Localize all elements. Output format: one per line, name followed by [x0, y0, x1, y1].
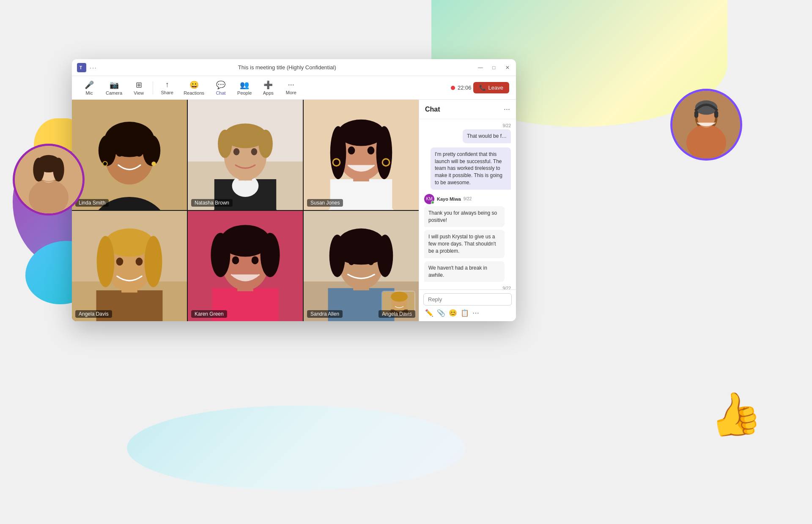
svg-point-69 — [261, 233, 280, 277]
toolbar-people[interactable]: 👥 People — [233, 79, 256, 97]
more-icon: ··· — [288, 80, 294, 89]
svg-point-2 — [29, 180, 69, 216]
video-label-inset: Angela Davis — [379, 310, 415, 318]
msg-bubble-2b: I will push Krystal to give us a few mor… — [424, 230, 505, 258]
chat-panel: Chat ··· 9/22 That would be f… I'm prett… — [419, 100, 516, 321]
online-indicator — [431, 201, 434, 204]
chat-input-box[interactable] — [423, 293, 512, 306]
apps-label: Apps — [263, 90, 274, 96]
chat-input-area: ✏️ 📎 😊 📋 ⋯ — [419, 289, 516, 321]
view-icon: ⊞ — [136, 80, 142, 90]
people-icon: 👥 — [240, 80, 249, 90]
format-icon[interactable]: ✏️ — [425, 309, 433, 317]
leave-label: Leave — [488, 85, 503, 91]
view-label: View — [134, 90, 144, 96]
msg-date-3: 9/22 — [503, 286, 511, 289]
chat-icon: 💬 — [216, 80, 225, 90]
video-label-4: Karen Green — [191, 310, 227, 318]
toolbar-apps[interactable]: ➕ Apps — [258, 79, 279, 97]
window-controls: — □ ✕ — [477, 64, 511, 71]
person-3-bg — [304, 100, 419, 210]
video-grid: Linda Smith — [72, 100, 419, 321]
window-title: This is meeting title (Highly Confidenti… — [238, 64, 336, 71]
reactions-icon: 😀 — [189, 80, 199, 90]
svg-point-46 — [376, 126, 392, 180]
mic-icon: 🎤 — [85, 80, 94, 90]
svg-text:T: T — [80, 66, 82, 70]
sticker-icon[interactable]: 📋 — [461, 309, 469, 317]
svg-point-47 — [348, 147, 355, 155]
attach-icon[interactable]: 📎 — [437, 309, 445, 317]
svg-point-6 — [53, 158, 64, 181]
toolbar-more[interactable]: ··· More — [280, 79, 302, 97]
video-label-2: Susan Jones — [307, 199, 343, 207]
video-cell-3: Angela Davis — [72, 211, 187, 321]
svg-point-71 — [252, 256, 259, 264]
people-label: People — [237, 90, 252, 96]
mic-label: Mic — [85, 90, 93, 96]
toolbar-separator-1 — [153, 82, 153, 94]
video-cell-5: Sandra Allen Angela Davis — [304, 211, 419, 321]
maximize-button[interactable]: □ — [491, 64, 497, 71]
avatar-left-image — [15, 146, 82, 213]
avatar-right-image — [672, 91, 740, 158]
title-bar: T ··· This is meeting title (Highly Conf… — [72, 59, 516, 76]
person-2-bg — [188, 100, 303, 210]
person-4-bg — [72, 211, 187, 321]
close-button[interactable]: ✕ — [504, 64, 511, 71]
chat-toolbar-icons: ✏️ 📎 😊 📋 ⋯ — [423, 308, 512, 318]
avatar-right — [670, 89, 742, 161]
reply-input[interactable] — [428, 296, 507, 303]
chat-message-3: 9/22 Let's do it! — [424, 286, 511, 289]
toolbar-reactions[interactable]: 😀 Reactions — [179, 79, 208, 97]
title-bar-left: T ··· — [77, 63, 97, 72]
svg-rect-12 — [694, 111, 698, 118]
menu-dots[interactable]: ··· — [90, 64, 97, 71]
svg-point-9 — [686, 125, 726, 161]
teams-window: T ··· This is meeting title (Highly Conf… — [72, 59, 516, 321]
video-label-0: Linda Smith — [75, 199, 109, 207]
toolbar-chat[interactable]: 💬 Chat — [210, 79, 231, 97]
toolbar-view[interactable]: ⊞ View — [128, 79, 149, 97]
video-cell-2: Susan Jones — [304, 100, 419, 210]
chat-more-button[interactable]: ··· — [504, 105, 510, 114]
toolbar-camera[interactable]: 📷 Camera — [102, 79, 126, 97]
svg-point-24 — [136, 149, 143, 157]
svg-point-70 — [232, 256, 239, 264]
svg-point-35 — [218, 130, 232, 158]
svg-point-81 — [338, 245, 384, 265]
chat-message-0: 9/22 That would be f… — [424, 123, 511, 143]
more-options-icon[interactable]: ⋯ — [472, 309, 479, 317]
share-label: Share — [161, 90, 173, 95]
svg-point-5 — [33, 158, 44, 181]
person-1-bg — [72, 100, 187, 210]
video-cell-0: Linda Smith — [72, 100, 187, 210]
person-6-bg — [304, 211, 419, 321]
video-label-1: Natasha Brown — [191, 199, 233, 207]
msg-bubble-2a: Thank you for always being so positive! — [424, 206, 505, 227]
minimize-button[interactable]: — — [477, 64, 484, 71]
svg-point-22 — [143, 135, 160, 166]
svg-rect-13 — [714, 111, 718, 118]
msg-bubble-2c: We haven't had a break in awhile. — [424, 261, 505, 282]
svg-point-68 — [211, 233, 230, 277]
leave-button[interactable]: 📞 Leave — [473, 82, 509, 93]
msg-bubble-1: I'm pretty confident that this launch wi… — [431, 147, 511, 190]
chat-label: Chat — [216, 90, 225, 96]
emoji-icon[interactable]: 😊 — [449, 309, 457, 317]
chat-messages: 9/22 That would be f… I'm pretty confide… — [419, 119, 516, 289]
timer-value: 22:06 — [458, 85, 472, 91]
share-icon: ↑ — [165, 80, 169, 89]
timer-display: 22:06 — [451, 85, 472, 91]
thumbs-up-emoji: 👍 — [705, 385, 765, 444]
toolbar-mic[interactable]: 🎤 Mic — [79, 79, 100, 97]
msg-sender-row: KM Kayo Miwa 9/22 — [424, 194, 472, 204]
toolbar-share[interactable]: ↑ Share — [156, 79, 178, 97]
svg-point-48 — [368, 147, 375, 155]
leave-phone-icon: 📞 — [479, 85, 486, 91]
svg-point-59 — [145, 236, 162, 287]
svg-point-61 — [136, 258, 143, 266]
main-content: Linda Smith — [72, 100, 516, 321]
msg-sender-time: 9/22 — [464, 196, 472, 201]
camera-label: Camera — [106, 90, 122, 96]
